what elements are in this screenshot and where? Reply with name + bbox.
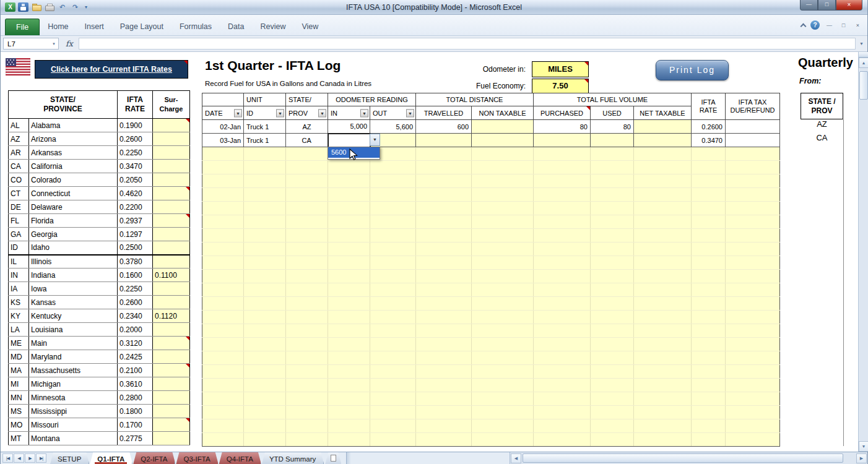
empty-cell[interactable] [416,379,472,392]
redo-icon[interactable]: ↷ [70,2,80,12]
empty-cell[interactable] [286,433,328,447]
empty-cell[interactable] [634,174,692,188]
surcharge-cell[interactable] [153,241,190,255]
fx-icon[interactable]: fx [59,39,79,48]
empty-cell[interactable] [472,365,534,379]
ifta-rate-cell[interactable]: 0.3120 [118,337,153,350]
ifta-rates-link[interactable]: Click here for Current IFTA Rates [35,60,188,79]
sheet-tab-q4-ifta[interactable]: Q4-IFTA [219,452,261,464]
empty-cell[interactable] [472,161,534,174]
ribbon-tab-page-layout[interactable]: Page Layout [112,18,171,35]
empty-cell[interactable] [328,270,370,283]
empty-cell[interactable] [244,379,286,392]
surcharge-cell[interactable] [153,323,190,337]
surcharge-cell[interactable] [153,228,190,241]
empty-cell[interactable] [244,270,286,283]
formula-bar-expand-icon[interactable]: ▼ [856,41,867,46]
ribbon-tab-view[interactable]: View [293,18,326,35]
empty-cell[interactable] [286,215,328,229]
empty-cell[interactable] [534,365,591,379]
log-header-odometer-group[interactable]: ODOMETER READING [328,93,416,106]
ifta-rate-cell[interactable]: 0.2775 [118,432,153,445]
log-cell-odometer-in[interactable] [328,134,370,147]
state-code-cell[interactable]: MS [9,405,29,418]
empty-cell[interactable] [472,351,534,365]
odometer-unit-cell[interactable]: MILES [532,61,589,77]
surcharge-cell[interactable] [153,350,190,364]
open-icon[interactable] [31,2,41,12]
ifta-rate-cell[interactable]: 0.3780 [118,255,153,269]
sheet-tab-ytd-summary[interactable]: YTD Summary [262,452,324,464]
empty-cell[interactable] [591,351,634,365]
ifta-rate-cell[interactable]: 0.3470 [118,160,153,173]
empty-cell[interactable] [692,351,726,365]
filter-button-prov[interactable]: ▼ [318,109,326,117]
empty-cell[interactable] [692,365,726,379]
log-cell-date[interactable]: 02-Jan [202,120,244,134]
log-header-purchased[interactable]: PURCHASED [534,106,591,120]
empty-cell[interactable] [534,297,591,311]
empty-cell[interactable] [244,174,286,188]
empty-cell[interactable] [534,419,591,433]
print-icon[interactable] [44,2,54,12]
log-header-out[interactable]: OUT ▼ [370,106,416,120]
empty-cell[interactable] [328,324,370,338]
surcharge-cell[interactable] [153,391,190,405]
empty-cell[interactable] [726,229,780,243]
empty-cell[interactable] [370,379,416,392]
empty-cell[interactable] [416,433,472,447]
empty-cell[interactable] [286,406,328,419]
log-cell-state[interactable]: AZ [286,120,328,134]
empty-cell[interactable] [202,365,244,379]
fuel-economy-cell[interactable]: 7.50 [532,79,589,93]
state-name-cell[interactable]: Colorado [29,173,118,187]
empty-cell[interactable] [286,392,328,406]
ifta-rate-cell[interactable]: 0.2100 [118,364,153,377]
empty-cell[interactable] [591,215,634,229]
empty-cell[interactable] [244,256,286,270]
empty-cell[interactable] [202,419,244,433]
empty-cell[interactable] [244,188,286,202]
empty-cell[interactable] [591,406,634,419]
empty-cell[interactable] [472,270,534,283]
log-header-net-taxable[interactable]: NET TAXABLE [634,106,692,120]
workbook-close-icon[interactable]: × [853,22,862,28]
empty-cell[interactable] [286,338,328,351]
log-cell-odometer-in[interactable]: 5,000 [328,120,370,134]
empty-cell[interactable] [202,406,244,419]
empty-cell[interactable] [591,270,634,283]
log-cell-net-taxable[interactable] [634,120,692,134]
surcharge-cell[interactable] [153,187,190,200]
empty-cell[interactable] [370,419,416,433]
empty-cell[interactable] [286,229,328,243]
ribbon-tab-home[interactable]: Home [40,18,76,35]
empty-cell[interactable] [416,270,472,283]
empty-cell[interactable] [202,338,244,351]
empty-cell[interactable] [472,392,534,406]
empty-cell[interactable] [202,229,244,243]
maximize-button[interactable]: □ [818,0,836,11]
ifta-rate-cell[interactable]: 0.2600 [118,132,153,146]
empty-cell[interactable] [726,351,780,365]
empty-cell[interactable] [726,365,780,379]
state-code-cell[interactable]: CO [9,173,29,187]
empty-cell[interactable] [591,365,634,379]
surcharge-cell[interactable] [153,337,190,350]
empty-cell[interactable] [692,392,726,406]
empty-cell[interactable] [534,188,591,202]
empty-cell[interactable] [634,161,692,174]
summary-state-cell[interactable]: AZ [801,119,843,133]
ifta-rate-cell[interactable]: 0.1900 [118,119,153,132]
ifta-rate-cell[interactable]: 0.2600 [118,296,153,309]
empty-cell[interactable] [328,229,370,243]
empty-cell[interactable] [634,379,692,392]
surcharge-cell[interactable] [153,405,190,418]
state-name-cell[interactable]: Montana [29,432,118,445]
empty-cell[interactable] [202,392,244,406]
empty-cell[interactable] [472,433,534,447]
log-header-used[interactable]: USED [591,106,634,120]
empty-cell[interactable] [726,338,780,351]
empty-cell[interactable] [370,215,416,229]
ifta-rate-cell[interactable]: 0.1800 [118,405,153,418]
empty-cell[interactable] [328,202,370,215]
